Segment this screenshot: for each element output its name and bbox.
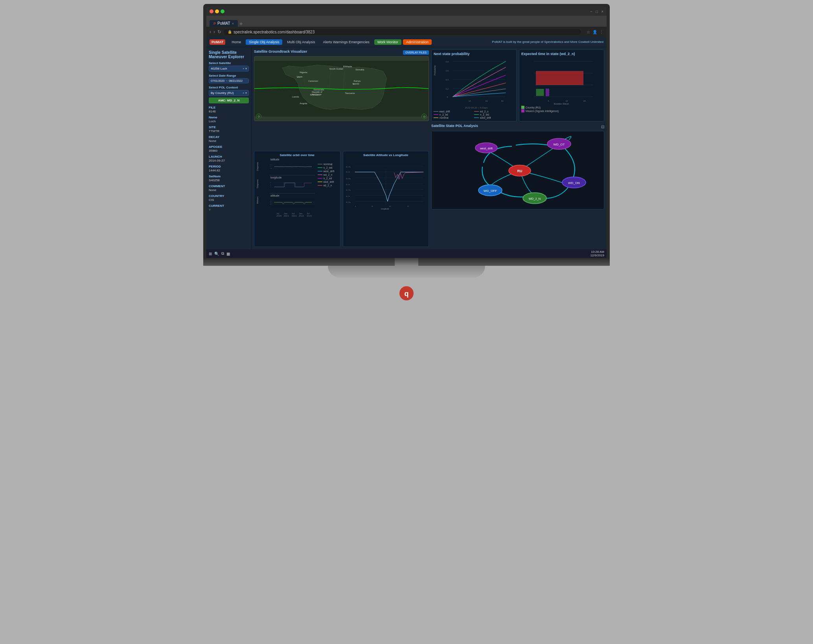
- window-min-btn[interactable]: [215, 9, 219, 13]
- time-panel: Expected time in state (wd_2_n): [519, 50, 604, 121]
- browser-titlebar: − □ ×: [206, 7, 607, 16]
- forward-btn[interactable]: ›: [213, 29, 215, 35]
- svg-text:35.75k: 35.75k: [346, 189, 351, 191]
- svg-text:35.65k: 35.65k: [346, 201, 351, 203]
- date-range-input[interactable]: 07/01/2020 → 08/21/2022: [209, 78, 249, 83]
- pol-context-select[interactable]: By Country (RU) × ▾: [209, 90, 249, 96]
- svg-text:longitude: longitude: [381, 208, 389, 210]
- date-range-label: Select Date Range: [209, 74, 249, 77]
- url-box[interactable]: 🔒 spectralink.spectrabotics.com/dashboar…: [224, 29, 581, 35]
- menu-icon[interactable]: ⋮: [600, 30, 603, 34]
- monitor-base: [328, 266, 485, 278]
- svg-text:Kinshasa: Kinshasa: [310, 94, 319, 96]
- alt-y-label: Meters: [256, 197, 259, 204]
- field-value-current: Y: [209, 208, 249, 212]
- content-area: Satellite Groundtrack Visualizer OVERLAY…: [252, 47, 607, 249]
- pol-clear[interactable]: × ▾: [243, 91, 247, 95]
- nav-home[interactable]: Home: [228, 39, 244, 45]
- legend-nominal: nominal: [318, 163, 338, 166]
- x-label-3: Jul 2021: [292, 212, 299, 217]
- legend-ed2n-prob: ed_2_n: [474, 110, 514, 113]
- svg-text:10: 10: [469, 100, 471, 102]
- nav-multi-obj[interactable]: Multi Obj Analysis: [284, 39, 318, 45]
- alt-sublabel: altitude: [270, 194, 280, 197]
- satellite-clear[interactable]: × ▾: [243, 67, 247, 70]
- account-icon[interactable]: 👤: [592, 30, 597, 34]
- svg-text:0: 0: [355, 205, 356, 207]
- svg-text:20: 20: [486, 100, 488, 102]
- svg-text:0.8: 0.8: [446, 61, 449, 63]
- time-svg: 5 10 15 Duration (Days): [521, 57, 602, 105]
- titlebar-left: [210, 9, 224, 13]
- clock-time: 10:28 AM: [590, 250, 604, 254]
- address-bar: ‹ › ↻ 🔒 spectralink.spectrabotics.com/da…: [206, 27, 607, 37]
- date-start: 07/01/2020: [211, 79, 224, 82]
- map-title: Satellite Groundtrack Visualizer: [254, 50, 307, 53]
- widgets-icon[interactable]: ▦: [226, 252, 230, 256]
- nav-single-obj[interactable]: Single Obj Analysis: [246, 39, 282, 45]
- svg-text:South Sudan: South Sudan: [329, 67, 343, 70]
- map-icon-right[interactable]: ◎: [421, 114, 427, 119]
- search-icon[interactable]: 🔍: [214, 252, 219, 256]
- legend-westdrift: west_drift: [318, 170, 338, 173]
- taskbar: ⊞ 🔍 ⧉ ▦ 10:28 AM 12/9/2019: [206, 249, 607, 258]
- pol-expand-btn[interactable]: ⊡: [601, 125, 604, 129]
- nav-work-monitor[interactable]: Work Monitor: [374, 39, 401, 45]
- satellite-select[interactable]: 40258 Luch × ▾: [209, 66, 249, 72]
- main-layout: Single Satellite Maneuver Explorer Selec…: [206, 47, 607, 249]
- svg-text:15: 15: [583, 100, 586, 102]
- reload-btn[interactable]: ↻: [217, 29, 221, 35]
- window-close-btn[interactable]: [210, 9, 213, 13]
- prob-panel: Next state probability Probability: [431, 50, 517, 121]
- svg-text:0.005: 0.005: [270, 164, 272, 165]
- legend-mission-label: Mission (Signals Intelligence): [526, 110, 559, 112]
- amc-label: AMC:: [218, 99, 226, 102]
- brand-logo: q: [399, 285, 414, 304]
- altitude-chart-box: Satellite Altitude vs Longitude 35.95k 3…: [343, 151, 429, 247]
- orbit-chart-box: Satellite orbit over time Degrees Degree…: [254, 151, 340, 247]
- prob-svg: 0.8 0.6 0.4 0.2 0 10 20: [438, 57, 514, 105]
- task-view-icon[interactable]: ⧉: [221, 251, 224, 256]
- svg-text:40: 40: [389, 205, 391, 207]
- sidebar: Single Satellite Maneuver Explorer Selec…: [206, 47, 252, 249]
- window-max-btn[interactable]: [221, 9, 224, 13]
- prob-legend: east_drift ed_2_n n_2_ed n_2_wd nominal …: [434, 110, 514, 119]
- svg-text:Tanzania: Tanzania: [345, 92, 355, 94]
- nav-alerts[interactable]: Alerts Warnings Emergencies: [320, 39, 372, 45]
- svg-text:0: 0: [270, 166, 270, 167]
- field-value-country: CIS: [209, 198, 249, 202]
- field-label-site: SITE: [209, 125, 249, 129]
- map-icon-left[interactable]: ⊙: [256, 114, 261, 119]
- sidebar-title: Single Satellite Maneuver Explorer: [209, 50, 249, 59]
- nav-admin[interactable]: Administration: [403, 39, 432, 45]
- svg-text:0.2: 0.2: [446, 88, 449, 90]
- start-icon[interactable]: ⊞: [209, 252, 212, 256]
- amc-value: MD_2_N: [227, 99, 240, 102]
- prob-x-label: 2022-08-20 + N-Days: [438, 107, 514, 109]
- tab-close-btn[interactable]: ×: [232, 22, 234, 26]
- overlay-btn[interactable]: OVERLAY FILES: [403, 50, 429, 55]
- alt-lon-svg: 35.95k 35.9k 35.85k 35.8k 35.75k 35.7k 3…: [345, 158, 427, 215]
- svg-text:WD_OFF: WD_OFF: [484, 189, 497, 193]
- field-label-apogee: APOGEE: [209, 145, 249, 149]
- field-label-name: Name: [209, 116, 249, 119]
- bookmark-icon[interactable]: ☆: [587, 30, 590, 34]
- new-tab-btn[interactable]: +: [239, 20, 243, 27]
- legend-n2ed-prob: n_2_ed: [434, 113, 474, 116]
- amc-button[interactable]: AMC: MD_2_N: [209, 98, 249, 103]
- svg-text:WD_ON: WD_ON: [568, 181, 580, 185]
- field-value-decay: None: [209, 139, 249, 143]
- svg-text:q: q: [405, 290, 409, 298]
- browser-tab-active[interactable]: P PoMAT ×: [210, 20, 238, 27]
- minimize-ctrl[interactable]: −: [590, 9, 592, 14]
- svg-text:WD_OT: WD_OT: [554, 143, 565, 146]
- date-end: 08/21/2022: [229, 79, 243, 82]
- legend-n2wd-prob: n_2_wd: [474, 113, 514, 116]
- taskbar-time: 10:28 AM 12/9/2019: [590, 250, 604, 257]
- maximize-ctrl[interactable]: □: [596, 9, 598, 14]
- legend-ed2n: ed_2_n: [318, 184, 338, 187]
- close-ctrl[interactable]: ×: [601, 9, 603, 14]
- back-btn[interactable]: ‹: [210, 29, 211, 35]
- svg-text:60: 60: [407, 205, 409, 207]
- legend-country-time: Country (RU): [521, 106, 602, 109]
